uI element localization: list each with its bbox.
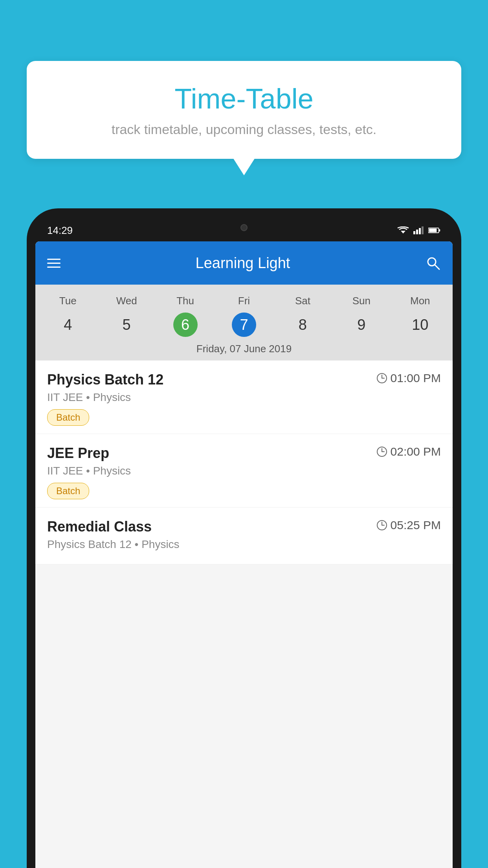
day-numbers: 45678910 [35,313,453,337]
day-number[interactable]: 10 [391,313,449,337]
day-number[interactable]: 5 [97,313,156,337]
batch-badge: Batch [47,409,89,426]
day-number[interactable]: 8 [273,313,332,337]
signal-icon [413,226,425,234]
clock-icon [376,373,387,384]
schedule-item[interactable]: Remedial Class 05:25 PM Physics Batch 12… [35,508,453,565]
day-header: Wed [97,292,156,310]
svg-rect-4 [422,226,424,234]
schedule-item-sub: IIT JEE • Physics [47,465,441,477]
bubble-subtitle: track timetable, upcoming classes, tests… [42,122,446,137]
bubble-title: Time-Table [42,83,446,115]
camera-dot [240,224,248,231]
phone-outer: 14:29 [27,208,461,868]
day-number[interactable]: 7 [232,313,256,337]
day-headers: TueWedThuFriSatSunMon [35,292,453,310]
day-header: Sun [332,292,391,310]
battery-icon [428,226,441,234]
schedule-item-sub: Physics Batch 12 • Physics [47,538,441,551]
schedule-item-title: JEE Prep [47,445,109,462]
svg-rect-3 [419,228,421,234]
batch-badge: Batch [47,483,89,499]
svg-rect-7 [429,229,437,232]
clock-icon [376,446,387,457]
schedule-item-time: 05:25 PM [376,519,441,532]
day-header: Mon [391,292,449,310]
schedule-item-time: 01:00 PM [376,371,441,385]
day-header: Sat [273,292,332,310]
day-number[interactable]: 4 [39,313,97,337]
schedule-item-header: Remedial Class 05:25 PM [47,519,441,535]
search-icon [425,255,441,271]
svg-line-9 [435,265,439,269]
status-icons [397,226,441,234]
clock-icon [376,520,387,531]
speech-bubble-container: Time-Table track timetable, upcoming cla… [27,61,461,159]
selected-date-label: Friday, 07 June 2019 [35,337,453,360]
menu-line [47,259,61,260]
menu-line [47,267,61,268]
schedule-item-header: Physics Batch 12 01:00 PM [47,371,441,388]
notch [220,219,268,236]
day-number[interactable]: 9 [332,313,391,337]
phone-frame: 14:29 [27,208,461,868]
app-bar: Learning Light [35,241,453,285]
schedule-item[interactable]: Physics Batch 12 01:00 PM IIT JEE • Phys… [35,360,453,434]
schedule-item-header: JEE Prep 02:00 PM [47,445,441,462]
menu-line [47,263,61,264]
schedule-item-title: Physics Batch 12 [47,371,163,388]
status-bar: 14:29 [35,219,453,241]
svg-rect-6 [439,229,440,231]
status-time: 14:29 [47,224,73,237]
day-header: Thu [156,292,215,310]
speech-bubble: Time-Table track timetable, upcoming cla… [27,61,461,159]
schedule-item-title: Remedial Class [47,519,152,535]
day-header: Fri [215,292,273,310]
svg-rect-1 [413,231,415,234]
wifi-icon [397,226,409,234]
schedule-item[interactable]: JEE Prep 02:00 PM IIT JEE • Physics Batc… [35,434,453,508]
calendar-section: TueWedThuFriSatSunMon 45678910 Friday, 0… [35,285,453,360]
schedule-list: Physics Batch 12 01:00 PM IIT JEE • Phys… [35,360,453,565]
schedule-item-time: 02:00 PM [376,445,441,458]
phone-screen: Learning Light TueWedThuFriSatSunMon 456… [35,241,453,868]
schedule-item-sub: IIT JEE • Physics [47,391,441,404]
svg-rect-2 [416,230,418,234]
day-header: Tue [39,292,97,310]
hamburger-menu-button[interactable] [47,259,61,268]
search-button[interactable] [425,255,441,271]
app-title: Learning Light [196,255,290,272]
svg-marker-0 [401,231,405,234]
day-number[interactable]: 6 [173,313,198,337]
